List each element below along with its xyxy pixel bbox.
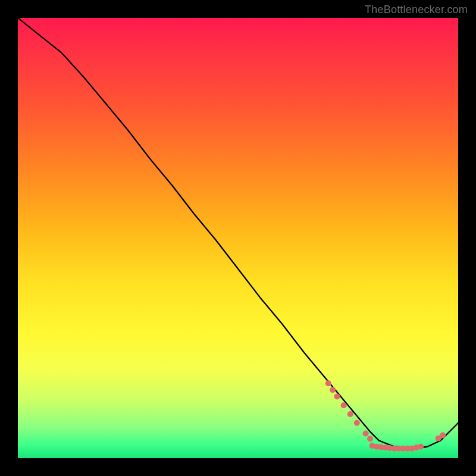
marker-dot	[367, 436, 373, 441]
chart-svg	[18, 18, 458, 458]
marker-dot	[325, 380, 331, 386]
marker-dot	[418, 444, 424, 450]
marker-dot	[354, 420, 360, 426]
marker-dot	[341, 402, 347, 408]
chart-frame: TheBottlenecker.com	[0, 0, 476, 476]
marker-dot	[334, 393, 340, 399]
marker-dot	[440, 433, 446, 439]
credit-label: TheBottlenecker.com	[365, 4, 468, 16]
curve	[18, 18, 458, 449]
plot-area	[18, 18, 458, 458]
marker-dot	[347, 411, 353, 417]
marker-dot	[363, 431, 369, 437]
marker-dot	[330, 387, 336, 393]
